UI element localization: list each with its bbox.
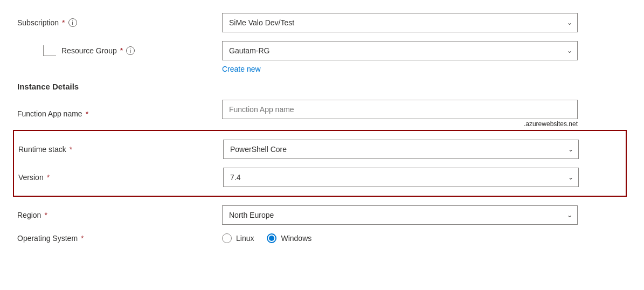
operating-system-control: Linux Windows xyxy=(222,233,627,243)
resource-group-indent: Resource Group * i xyxy=(17,45,135,56)
region-label-col: Region * xyxy=(17,211,222,219)
windows-radio-label: Windows xyxy=(281,234,311,243)
subscription-dropdown-wrapper: SiMe Valo Dev/Test ⌄ xyxy=(222,13,578,32)
version-row: Version * 7.4 ⌄ xyxy=(18,168,617,187)
function-app-name-row: Function App name * .azurewebsites.net xyxy=(17,100,627,128)
operating-system-label: Operating System xyxy=(17,234,78,243)
linux-radio-circle xyxy=(222,233,232,243)
operating-system-radio-group: Linux Windows xyxy=(222,233,627,243)
version-control: 7.4 ⌄ xyxy=(223,168,617,187)
operating-system-required: * xyxy=(81,234,84,243)
function-app-name-input[interactable] xyxy=(222,100,578,119)
indent-line xyxy=(43,45,56,56)
create-new-wrapper: Create new xyxy=(222,63,627,73)
resource-group-dropdown[interactable]: Gautam-RG xyxy=(222,41,578,60)
resource-group-control: Gautam-RG ⌄ xyxy=(222,41,627,60)
runtime-stack-dropdown[interactable]: PowerShell Core xyxy=(223,140,579,159)
region-dropdown-wrapper: North Europe ⌄ xyxy=(222,205,578,225)
subscription-control: SiMe Valo Dev/Test ⌄ xyxy=(222,13,627,32)
subscription-label-col: Subscription * i xyxy=(17,18,222,27)
resource-group-section: Resource Group * i Gautam-RG ⌄ Create ne… xyxy=(17,41,627,73)
resource-group-label: Resource Group xyxy=(61,46,117,55)
version-dropdown-wrapper: 7.4 ⌄ xyxy=(223,168,579,187)
version-dropdown[interactable]: 7.4 xyxy=(223,168,579,187)
resource-group-required: * xyxy=(120,46,123,55)
function-app-label: Function App name xyxy=(17,109,82,118)
function-app-control: .azurewebsites.net xyxy=(222,100,627,128)
version-required: * xyxy=(47,173,50,182)
region-row: Region * North Europe ⌄ xyxy=(17,205,627,225)
region-required: * xyxy=(44,211,47,219)
function-app-suffix: .azurewebsites.net xyxy=(222,120,578,128)
subscription-info-icon[interactable]: i xyxy=(68,18,77,27)
region-control: North Europe ⌄ xyxy=(222,205,627,225)
subscription-required: * xyxy=(62,18,65,27)
resource-group-dropdown-wrapper: Gautam-RG ⌄ xyxy=(222,41,578,60)
runtime-stack-required: * xyxy=(70,145,72,154)
create-new-link[interactable]: Create new xyxy=(222,65,261,73)
highlighted-section: Runtime stack * PowerShell Core ⌄ Versio… xyxy=(13,130,627,197)
resource-group-row: Resource Group * i Gautam-RG ⌄ xyxy=(17,41,627,60)
runtime-stack-label-col: Runtime stack * xyxy=(18,145,223,154)
region-label: Region xyxy=(17,211,41,219)
linux-radio-label: Linux xyxy=(236,234,254,243)
linux-radio-option[interactable]: Linux xyxy=(222,233,254,243)
runtime-stack-label: Runtime stack xyxy=(18,145,66,154)
windows-radio-option[interactable]: Windows xyxy=(267,233,311,243)
version-label-col: Version * xyxy=(18,173,223,182)
runtime-stack-dropdown-wrapper: PowerShell Core ⌄ xyxy=(223,140,579,159)
windows-radio-dot xyxy=(269,236,274,241)
operating-system-label-col: Operating System * xyxy=(17,234,222,243)
runtime-stack-row: Runtime stack * PowerShell Core ⌄ xyxy=(18,140,617,159)
runtime-stack-control: PowerShell Core ⌄ xyxy=(223,140,617,159)
version-label: Version xyxy=(18,173,44,182)
instance-details-title: Instance Details xyxy=(17,82,627,91)
subscription-row: Subscription * i SiMe Valo Dev/Test ⌄ xyxy=(17,13,627,32)
region-dropdown[interactable]: North Europe xyxy=(222,205,578,225)
windows-radio-circle xyxy=(267,233,276,243)
operating-system-row: Operating System * Linux Windows xyxy=(17,233,627,243)
resource-group-label-col: Resource Group * i xyxy=(17,45,222,56)
function-app-label-col: Function App name * xyxy=(17,109,222,118)
subscription-label: Subscription xyxy=(17,18,59,27)
subscription-dropdown[interactable]: SiMe Valo Dev/Test xyxy=(222,13,578,32)
function-app-required: * xyxy=(86,109,88,118)
resource-group-info-icon[interactable]: i xyxy=(126,46,135,55)
